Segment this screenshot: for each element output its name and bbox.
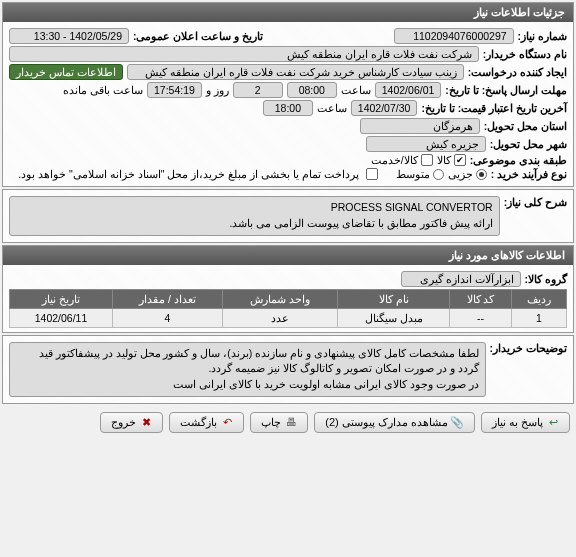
cell-unit: عدد: [222, 308, 337, 327]
creator-field: زینب سیادت کارشناس خرید شرکت نفت فلات قا…: [127, 64, 464, 80]
goods-panel: اطلاعات کالاهای مورد نیاز گروه کالا: ابز…: [2, 245, 574, 333]
time-label-2: ساعت: [317, 102, 347, 114]
exit-button[interactable]: ✖ خروج: [100, 412, 163, 433]
cell-date: 1402/06/11: [10, 308, 113, 327]
goods-table: ردیف کد کالا نام کالا واحد شمارش تعداد /…: [9, 289, 567, 328]
cat-goods-wrap[interactable]: کالا: [437, 154, 466, 166]
col-row: ردیف: [511, 289, 566, 308]
print-button[interactable]: 🖶 چاپ: [250, 412, 308, 433]
deadline-label: مهلت ارسال پاسخ: تا تاریخ:: [445, 84, 567, 96]
cell-qty: 4: [112, 308, 222, 327]
proc-medium-label: متوسط: [396, 168, 430, 180]
province-field: هرمزگان: [360, 118, 480, 134]
category-label: طبقه بندی موضوعی:: [470, 154, 567, 166]
city-field: جزیره کیش: [366, 136, 486, 152]
desc-label: شرح کلی نیاز:: [504, 196, 567, 208]
desc-line1: PROCESS SIGNAL CONVERTOR: [16, 200, 493, 216]
reply-icon: ↩: [547, 416, 559, 428]
cell-name: مبدل سیگنال: [338, 308, 450, 327]
reply-label: پاسخ به نیاز: [492, 416, 543, 429]
cat-goods-label: کالا: [437, 154, 451, 166]
cat-service-label: کالا/خدمت: [371, 154, 418, 166]
need-details-header: جزئیات اطلاعات نیاز: [3, 3, 573, 22]
checkbox-icon: [421, 154, 433, 166]
creator-label: ایجاد کننده درخواست:: [468, 66, 567, 78]
desc-line2: ارائه پیش فاکتور مطابق با تقاضای پیوست ا…: [16, 216, 493, 232]
valid-date-field: 1402/07/30: [351, 100, 418, 116]
cell-code: --: [450, 308, 512, 327]
paperclip-icon: 📎: [452, 416, 464, 428]
payment-note-wrap: پرداخت تمام یا بخشی از مبلغ خرید،از محل …: [18, 168, 377, 180]
goods-header: اطلاعات کالاهای مورد نیاز: [3, 246, 573, 265]
back-label: بازگشت: [180, 416, 217, 429]
valid-label: آخرین تاریخ اعتبار قیمت: تا تاریخ:: [421, 102, 567, 114]
contact-badge[interactable]: اطلاعات تماس خریدار: [9, 64, 123, 80]
need-number-label: شماره نیاز:: [518, 30, 567, 42]
reply-button[interactable]: ↩ پاسخ به نیاز: [481, 412, 570, 433]
province-label: استان محل تحویل:: [484, 120, 567, 132]
announce-label: تاریخ و ساعت اعلان عمومی:: [133, 30, 263, 42]
printer-icon: 🖶: [285, 416, 297, 428]
print-label: چاپ: [261, 416, 281, 429]
back-button[interactable]: ↶ بازگشت: [169, 412, 244, 433]
deadline-time-field: 08:00: [287, 82, 337, 98]
buyer-notes-block: لطفا مشخصات کامل کالای پیشنهادی و نام سا…: [9, 342, 486, 397]
attach-label: مشاهده مدارک پیوستی (2): [325, 416, 448, 429]
days-and-label: روز و: [206, 84, 229, 96]
col-code: کد کالا: [450, 289, 512, 308]
radio-icon: [476, 169, 487, 180]
cell-row: 1: [511, 308, 566, 327]
need-number-field: 1102094076000297: [394, 28, 514, 44]
desc-block: PROCESS SIGNAL CONVERTOR ارائه پیش فاکتو…: [9, 196, 500, 236]
days-field: 2: [233, 82, 283, 98]
remaining-time-field: 17:54:19: [147, 82, 202, 98]
need-desc-panel: شرح کلی نیاز: PROCESS SIGNAL CONVERTOR ا…: [2, 189, 574, 243]
buyer-notes-label: توضیحات خریدار:: [490, 342, 567, 354]
checkbox-icon: [454, 154, 466, 166]
group-label: گروه کالا:: [525, 273, 567, 285]
attachments-button[interactable]: 📎 مشاهده مدارک پیوستی (2): [314, 412, 475, 433]
table-header-row: ردیف کد کالا نام کالا واحد شمارش تعداد /…: [10, 289, 567, 308]
buyer-field: شرکت نفت فلات قاره ایران منطقه کیش: [9, 46, 479, 62]
valid-time-field: 18:00: [263, 100, 313, 116]
buyer-notes-panel: توضیحات خریدار: لطفا مشخصات کامل کالای پ…: [2, 335, 574, 404]
proc-small-wrap[interactable]: جزیی: [448, 168, 487, 180]
radio-icon: [433, 169, 444, 180]
group-field: ابزارآلات اندازه گیری: [401, 271, 521, 287]
exit-icon: ✖: [140, 416, 152, 428]
checkbox-icon: [366, 168, 378, 180]
announce-field: 1402/05/29 - 13:30: [9, 28, 129, 44]
time-label-1: ساعت: [341, 84, 371, 96]
remaining-label: ساعت باقی مانده: [63, 84, 143, 96]
button-bar: ↩ پاسخ به نیاز 📎 مشاهده مدارک پیوستی (2)…: [0, 406, 576, 439]
col-unit: واحد شمارش: [222, 289, 337, 308]
col-date: تاریخ نیاز: [10, 289, 113, 308]
buyer-notes-line1: لطفا مشخصات کامل کالای پیشنهادی و نام سا…: [16, 346, 479, 378]
proc-medium-wrap[interactable]: متوسط: [396, 168, 444, 180]
process-label: نوع فرآیند خرید :: [491, 168, 567, 180]
exit-label: خروج: [111, 416, 136, 429]
need-details-panel: جزئیات اطلاعات نیاز شماره نیاز: 11020940…: [2, 2, 574, 187]
proc-small-label: جزیی: [448, 168, 473, 180]
table-row[interactable]: 1 -- مبدل سیگنال عدد 4 1402/06/11: [10, 308, 567, 327]
cat-service-wrap[interactable]: کالا/خدمت: [371, 154, 433, 166]
back-icon: ↶: [221, 416, 233, 428]
buyer-label: نام دستگاه خریدار:: [483, 48, 567, 60]
city-label: شهر محل تحویل:: [490, 138, 567, 150]
col-qty: تعداد / مقدار: [112, 289, 222, 308]
buyer-notes-line2: در صورت وجود کالای ایرانی مشابه اولویت خ…: [16, 377, 479, 393]
deadline-date-field: 1402/06/01: [375, 82, 442, 98]
payment-note: پرداخت تمام یا بخشی از مبلغ خرید،از محل …: [18, 168, 358, 180]
col-name: نام کالا: [338, 289, 450, 308]
